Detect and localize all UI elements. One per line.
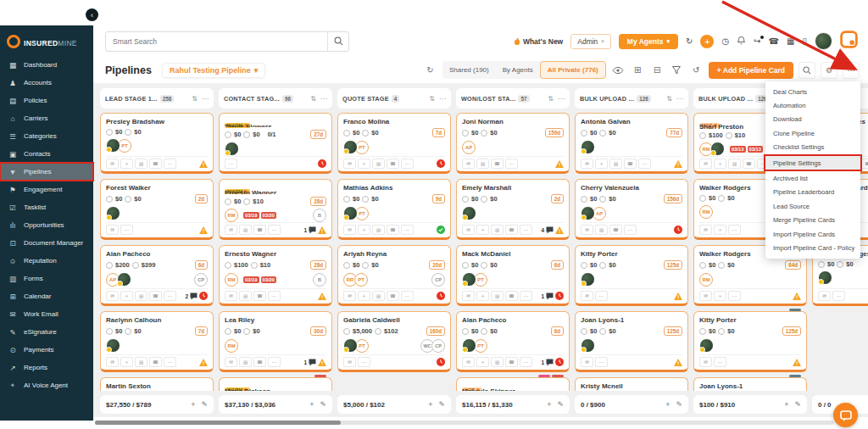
card-action-pin-icon[interactable]: ⌖	[714, 225, 726, 235]
card-action-mail-icon[interactable]: ✉	[462, 225, 475, 235]
column-more-icon[interactable]: ⋯	[558, 95, 565, 103]
column-edit-icon[interactable]: ✎	[320, 400, 326, 409]
card-action-dots-icon[interactable]: ⋯	[505, 159, 518, 169]
menu-item-import-pipeline-cards[interactable]: Import Pipeline Cards	[765, 227, 860, 241]
mobile-icon[interactable]: ▯	[802, 37, 807, 46]
card-action-phone-icon[interactable]: ☎	[387, 291, 399, 301]
sidebar-item-calendar[interactable]: ⊞ Calendar	[0, 287, 93, 305]
menu-item-pipeline-settings[interactable]: Pipeline Settings	[764, 154, 862, 171]
card-view-icon[interactable]: ⊞	[631, 63, 645, 77]
notifications-bell-icon[interactable]	[737, 36, 746, 47]
card-action-mail-icon[interactable]: ✉	[581, 291, 593, 301]
card-action-mail-icon[interactable]: ✉	[699, 225, 712, 235]
search-icon[interactable]	[327, 32, 348, 51]
card-action-mail-icon[interactable]: ✉	[343, 357, 356, 367]
share-export-icon[interactable]: ↪	[754, 37, 760, 46]
filter-shared[interactable]: Shared (190)	[442, 66, 496, 74]
menu-item-download[interactable]: Download	[765, 113, 860, 126]
card-action-mail-icon[interactable]: ✉	[699, 159, 712, 169]
card-action-pin-icon[interactable]: ⌖	[120, 357, 133, 367]
card-action-mail-icon[interactable]: ✉	[106, 357, 119, 367]
filter-by-agents[interactable]: By Agents	[496, 66, 540, 74]
card-action-dots-icon[interactable]: ⋯	[401, 159, 414, 169]
quick-add-button[interactable]: +	[700, 35, 714, 48]
sidebar-item-esignature[interactable]: ✎ eSignature	[0, 323, 93, 341]
sync-icon[interactable]: ↻	[686, 37, 693, 46]
card-action-mail-icon[interactable]: ✉	[818, 291, 831, 301]
card-action-phone-icon[interactable]: ☎	[387, 159, 399, 169]
card-action-phone-icon[interactable]: ☎	[505, 357, 518, 367]
pipeline-card[interactable]: Alan Pacheco $0$06d PT ✉⌖▤☎⋯1	[456, 311, 570, 372]
pipeline-card[interactable]: Gabriela Caldwell $5,000$102160d PTWCCP …	[337, 311, 451, 372]
sidebar-item-reputation[interactable]: ☺ Reputation	[0, 252, 93, 270]
card-action-phone-icon[interactable]: ☎	[743, 159, 755, 169]
sidebar-item-pipelines[interactable]: ▼ Pipelines	[0, 163, 93, 181]
sidebar-item-forms[interactable]: ▥ Forms	[0, 270, 93, 287]
card-action-pin-icon[interactable]: ⌖	[476, 357, 489, 367]
card-action-doc-icon[interactable]: ▤	[239, 225, 252, 235]
card-action-phone-icon[interactable]: ☎	[253, 291, 266, 301]
pipeline-card[interactable]: Ariyah Reyna $0$020d RRPTCP ✉⌖▤☎⋯	[337, 245, 451, 306]
card-action-phone-icon[interactable]: ☎	[149, 291, 162, 301]
card-action-mail-icon[interactable]: ✉	[343, 225, 356, 235]
card-action-dots-icon[interactable]: ⋯	[520, 357, 532, 367]
card-action-dots-icon[interactable]: ⋯	[595, 291, 608, 301]
pipeline-card[interactable]: Kitty Porter $0$0125d ✉⋯	[575, 245, 688, 306]
filter-funnel-icon[interactable]	[670, 63, 684, 77]
sidebar-collapse-button[interactable]: ‹	[86, 8, 98, 21]
card-action-phone-icon[interactable]: ☎	[149, 159, 162, 169]
card-action-phone-icon[interactable]: ☎	[624, 159, 637, 169]
board-search-icon[interactable]	[798, 62, 815, 79]
sidebar-item-engagement[interactable]: ⚑ Engagement	[0, 181, 93, 198]
sidebar-item-contacts[interactable]: ▣ Contacts	[0, 145, 93, 163]
card-action-dots-icon[interactable]: ⋯	[638, 159, 651, 169]
menu-item-lead-source[interactable]: Lead Source	[765, 199, 860, 213]
card-action-phone-icon[interactable]: ☎	[253, 225, 266, 235]
column-edit-icon[interactable]: ✎	[557, 400, 564, 409]
card-action-doc-icon[interactable]: ▤	[135, 291, 147, 301]
menu-item-deal-charts[interactable]: Deal Charts	[765, 85, 860, 98]
card-action-mail-icon[interactable]: ✉	[462, 357, 475, 367]
search-input[interactable]	[106, 37, 327, 46]
card-action-pin-icon[interactable]: ⌖	[358, 291, 370, 301]
sidebar-item-ai-voice-agent[interactable]: ⌖ AI Voice Agent	[0, 376, 93, 394]
card-action-dots-icon[interactable]: ⋯	[164, 291, 176, 301]
card-action-pin-icon[interactable]: ⌖	[120, 159, 133, 169]
column-sort-icon[interactable]: ⇅	[666, 95, 672, 103]
history-clock-icon[interactable]: ◷	[721, 37, 729, 46]
card-action-doc-icon[interactable]: ▤	[372, 291, 385, 301]
column-edit-icon[interactable]: ✎	[676, 400, 682, 409]
admin-dropdown[interactable]: Admin ▾	[570, 34, 611, 49]
card-action-pin-icon[interactable]: ⌖	[476, 291, 489, 301]
column-add-icon[interactable]: +	[309, 400, 314, 409]
card-action-phone-icon[interactable]: ☎	[505, 291, 518, 301]
column-sort-icon[interactable]: ⇅	[310, 95, 316, 103]
card-action-mail-icon[interactable]: ✉	[225, 357, 237, 367]
pipeline-card[interactable]: Lea Riley $0$030d RM ✉▤☎⋯1	[219, 311, 332, 372]
pipeline-card[interactable]: Presley Bradshaw $0$0 PT ✉⌖▤☎⋯	[100, 113, 214, 174]
column-edit-icon[interactable]: ✎	[794, 400, 801, 409]
pipeline-card[interactable]: Alan Pacheco $200$3996d APCP ✉⌖▤☎⋯2	[100, 245, 214, 306]
card-action-doc-icon[interactable]: ▤	[476, 159, 489, 169]
sidebar-item-policies[interactable]: ▤ Policies	[0, 92, 93, 109]
column-edit-icon[interactable]: ✎	[438, 400, 445, 409]
pipeline-selector[interactable]: Rahul Testing Pipeline ▾	[162, 63, 265, 78]
card-action-dots-icon[interactable]: ⋯	[728, 291, 741, 301]
menu-item-merge-pipeline-cards[interactable]: Merge Pipeline Cards	[765, 214, 860, 227]
pipeline-card[interactable]: Martin Sexton $0$0 ✉⋯	[100, 377, 214, 391]
sidebar-item-opportunities[interactable]: ılı Opportunities	[0, 216, 93, 234]
whats-new-link[interactable]: What's New	[514, 37, 563, 46]
card-action-phone-icon[interactable]: ☎	[253, 357, 266, 367]
pipeline-card[interactable]: WARM Maria Dickson $100$10 ✉⋯	[219, 377, 332, 391]
card-action-phone-icon[interactable]: ☎	[505, 225, 518, 235]
card-action-mail-icon[interactable]: ✉	[225, 291, 237, 301]
card-action-phone-icon[interactable]: ☎	[861, 159, 868, 169]
card-action-dots-icon[interactable]: ⋯	[728, 225, 741, 235]
pipeline-card[interactable]: Emely Marshall $0$02d ✉⌖▤☎⋯4	[456, 179, 570, 240]
card-action-phone-icon[interactable]: ☎	[387, 225, 399, 235]
card-action-phone-icon[interactable]: ☎	[609, 225, 622, 235]
archive-view-icon[interactable]: ⊟	[650, 63, 665, 77]
card-action-pin-icon[interactable]: ⌖	[358, 225, 370, 235]
sidebar-item-payments[interactable]: ⊙ Payments	[0, 341, 93, 359]
card-action-doc-icon[interactable]: ▤	[239, 357, 252, 367]
